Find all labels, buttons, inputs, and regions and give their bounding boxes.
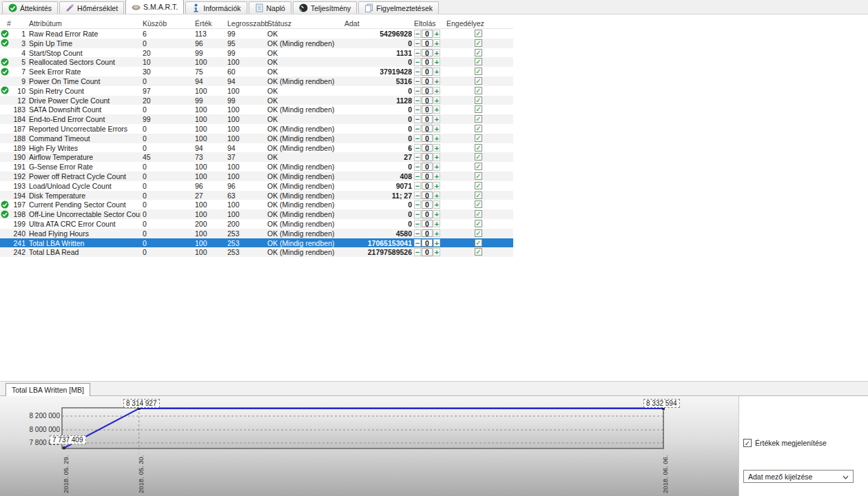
enabled-checkbox[interactable]: ✓ <box>475 192 482 199</box>
offset-decrease-button[interactable]: − <box>414 115 421 123</box>
enabled-checkbox[interactable]: ✓ <box>475 220 482 227</box>
enabled-checkbox[interactable]: ✓ <box>475 77 482 85</box>
offset-increase-button[interactable]: + <box>433 77 440 85</box>
offset-decrease-button[interactable]: − <box>414 229 421 238</box>
table-row[interactable]: 199Ultra ATA CRC Error Count0200200OK (M… <box>0 219 513 229</box>
offset-increase-button[interactable]: + <box>433 134 440 143</box>
enabled-checkbox[interactable]: ✓ <box>475 229 482 237</box>
offset-decrease-button[interactable]: − <box>414 77 421 85</box>
enabled-checkbox[interactable]: ✓ <box>475 172 482 180</box>
table-row[interactable]: 10Spin Retry Count97100100OK0−0+✓ <box>0 86 513 96</box>
offset-decrease-button[interactable]: − <box>414 182 421 190</box>
offset-increase-button[interactable]: + <box>433 248 440 256</box>
offset-increase-button[interactable]: + <box>433 153 440 161</box>
enabled-checkbox[interactable]: ✓ <box>475 96 482 104</box>
offset-increase-button[interactable]: + <box>433 30 440 38</box>
table-row[interactable]: 193Load/Unload Cycle Count09696OK (Mindi… <box>0 181 513 191</box>
enabled-checkbox[interactable]: ✓ <box>475 87 482 94</box>
table-row[interactable]: 240Head Flying Hours0100253OK (Mindig re… <box>0 229 513 238</box>
table-row[interactable]: 194Disk Temperature02763OK (Mindig rendb… <box>0 191 513 200</box>
offset-decrease-button[interactable]: − <box>414 144 421 152</box>
offset-decrease-button[interactable]: − <box>414 30 421 38</box>
table-row[interactable]: 189High Fly Writes09494OK (Mindig rendbe… <box>0 143 513 153</box>
enabled-checkbox[interactable]: ✓ <box>475 153 482 161</box>
offset-increase-button[interactable]: + <box>433 182 440 190</box>
enabled-checkbox[interactable]: ✓ <box>475 144 482 152</box>
offset-increase-button[interactable]: + <box>433 210 440 218</box>
enabled-checkbox[interactable]: ✓ <box>475 115 482 123</box>
tab-information[interactable]: Információk <box>185 1 247 14</box>
offset-increase-button[interactable]: + <box>433 58 440 66</box>
offset-increase-button[interactable]: + <box>433 192 440 200</box>
enabled-checkbox[interactable]: ✓ <box>475 239 482 247</box>
table-row[interactable]: 9Power On Time Count09494OK (Mindig rend… <box>0 76 513 86</box>
offset-increase-button[interactable]: + <box>433 49 440 57</box>
table-row[interactable]: 184End-to-End Error Count99100100OK0−0+✓ <box>0 114 513 124</box>
data-field-dropdown[interactable]: Adat mező kijelzése <box>743 470 854 483</box>
offset-decrease-button[interactable]: − <box>414 200 421 209</box>
offset-increase-button[interactable]: + <box>433 163 440 171</box>
table-row[interactable]: 5Reallocated Sectors Count10100100OK0−0+… <box>0 57 513 67</box>
tab-warnings[interactable]: Figyelmeztetések <box>358 1 439 14</box>
offset-decrease-button[interactable]: − <box>414 87 421 95</box>
offset-decrease-button[interactable]: − <box>414 153 421 161</box>
offset-increase-button[interactable]: + <box>433 105 440 114</box>
tab-smart[interactable]: S.M.A.R.T. <box>125 0 184 14</box>
table-row[interactable]: 188Command Timeout0100100OK (Mindig rend… <box>0 134 513 143</box>
enabled-checkbox[interactable]: ✓ <box>475 163 482 170</box>
table-row[interactable]: 187Reported Uncorrectable Errors0100100O… <box>0 124 513 134</box>
offset-increase-button[interactable]: + <box>433 96 440 105</box>
offset-increase-button[interactable]: + <box>433 172 440 180</box>
offset-decrease-button[interactable]: − <box>414 192 421 200</box>
offset-increase-button[interactable]: + <box>433 229 440 238</box>
offset-increase-button[interactable]: + <box>433 239 440 247</box>
enabled-checkbox[interactable]: ✓ <box>475 182 482 189</box>
offset-increase-button[interactable]: + <box>433 68 440 76</box>
offset-increase-button[interactable]: + <box>433 144 440 152</box>
enabled-checkbox[interactable]: ✓ <box>475 49 482 56</box>
table-row[interactable]: 241Total LBA Written0100253OK (Mindig re… <box>0 238 513 248</box>
offset-increase-button[interactable]: + <box>433 39 440 48</box>
tab-overview[interactable]: Áttekintés <box>2 1 58 14</box>
enabled-checkbox[interactable]: ✓ <box>475 68 482 75</box>
offset-increase-button[interactable]: + <box>433 200 440 209</box>
show-values-checkbox-row[interactable]: ✓ Értékek megjelenítése <box>743 439 827 447</box>
chart-tab-total-lba-written[interactable]: Total LBA Written [MB] <box>6 383 90 396</box>
table-row[interactable]: 198Off-Line Uncorrectable Sector Count01… <box>0 209 513 219</box>
tab-log[interactable]: Napló <box>249 1 291 14</box>
offset-decrease-button[interactable]: − <box>414 105 421 114</box>
offset-decrease-button[interactable]: − <box>414 134 421 143</box>
offset-decrease-button[interactable]: − <box>414 68 421 76</box>
tab-performance[interactable]: Teljesítmény <box>293 1 357 14</box>
offset-decrease-button[interactable]: − <box>414 239 421 247</box>
table-row[interactable]: 4Start/Stop Count209999OK1131−0+✓ <box>0 48 513 58</box>
offset-increase-button[interactable]: + <box>433 220 440 228</box>
table-row[interactable]: 1Raw Read Error Rate611399OK54296928−0+✓ <box>0 29 513 39</box>
enabled-checkbox[interactable]: ✓ <box>475 58 482 65</box>
table-row[interactable]: 7Seek Error Rate307560OK37919428−0+✓ <box>0 67 513 76</box>
offset-increase-button[interactable]: + <box>433 125 440 133</box>
offset-decrease-button[interactable]: − <box>414 248 421 256</box>
table-row[interactable]: 190Airflow Temperature457337OK27−0+✓ <box>0 152 513 162</box>
enabled-checkbox[interactable]: ✓ <box>475 105 482 113</box>
offset-decrease-button[interactable]: − <box>414 49 421 57</box>
enabled-checkbox[interactable]: ✓ <box>475 210 482 218</box>
offset-decrease-button[interactable]: − <box>414 172 421 180</box>
enabled-checkbox[interactable]: ✓ <box>475 134 482 142</box>
offset-decrease-button[interactable]: − <box>414 220 421 228</box>
show-values-checkbox[interactable]: ✓ <box>743 439 752 447</box>
offset-decrease-button[interactable]: − <box>414 58 421 66</box>
enabled-checkbox[interactable]: ✓ <box>475 39 482 47</box>
table-row[interactable]: 183SATA Downshift Count0100100OK (Mindig… <box>0 105 513 114</box>
table-row[interactable]: 191G-Sense Error Rate0100100OK (Mindig r… <box>0 162 513 172</box>
offset-increase-button[interactable]: + <box>433 87 440 95</box>
table-row[interactable]: 192Power off Retract Cycle Count0100100O… <box>0 172 513 181</box>
table-row[interactable]: 242Total LBA Read0100253OK (Mindig rendb… <box>0 247 513 257</box>
offset-decrease-button[interactable]: − <box>414 210 421 218</box>
enabled-checkbox[interactable]: ✓ <box>475 125 482 132</box>
table-row[interactable]: 3Spin Up Time09695OK (Mindig rendben)0−0… <box>0 39 513 48</box>
offset-decrease-button[interactable]: − <box>414 125 421 133</box>
enabled-checkbox[interactable]: ✓ <box>475 30 482 37</box>
enabled-checkbox[interactable]: ✓ <box>475 248 482 256</box>
offset-decrease-button[interactable]: − <box>414 163 421 171</box>
